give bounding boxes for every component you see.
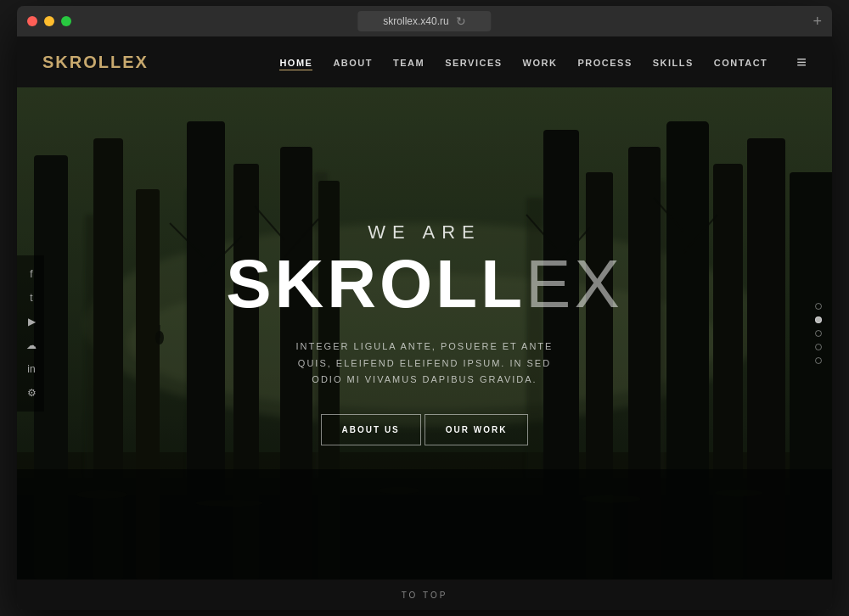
- social-linkedin[interactable]: in: [17, 357, 44, 381]
- site-logo[interactable]: SKROLLEX: [42, 53, 149, 72]
- social-facebook[interactable]: f: [17, 262, 44, 286]
- nav-link-process[interactable]: PROCESS: [577, 58, 632, 68]
- new-tab-button[interactable]: +: [812, 13, 822, 31]
- dot-nav-item-2[interactable]: [815, 330, 822, 337]
- logo-text: SKROLL: [42, 53, 122, 71]
- titlebar: skrollex.x40.ru ↻ +: [17, 6, 832, 36]
- hero-content: WE ARE SKROLLEX INTEGER LIGULA ANTE, POS…: [226, 221, 623, 445]
- nav-link-contact[interactable]: CONTACT: [714, 58, 767, 68]
- our-work-button[interactable]: OUR WORK: [424, 414, 529, 445]
- nav-hamburger[interactable]: ≡: [788, 53, 807, 72]
- nav-item-contact[interactable]: CONTACT: [714, 54, 767, 70]
- hero-title-bold: SKROLL: [226, 246, 526, 322]
- svg-point-40: [378, 487, 420, 494]
- nav-link-work[interactable]: WORK: [523, 58, 558, 68]
- social-youtube[interactable]: ▶: [17, 310, 44, 333]
- nav-link-about[interactable]: ABOUT: [333, 58, 373, 68]
- nav-item-work[interactable]: WORK: [523, 54, 558, 70]
- social-instagram[interactable]: ☁: [17, 333, 44, 357]
- nav-link-services[interactable]: SERVICES: [445, 58, 502, 68]
- hero-buttons: ABOUT US OUR WORK: [226, 414, 623, 445]
- hero-desc-line3: ODIO MI VIVAMUS DAPIBUS GRAVIDA.: [312, 374, 537, 384]
- minimize-button[interactable]: [44, 16, 54, 26]
- about-us-button[interactable]: ABOUT US: [321, 414, 421, 445]
- dot-nav-item-3[interactable]: [815, 344, 822, 350]
- to-top-button[interactable]: TO TOP: [402, 591, 448, 600]
- svg-point-38: [76, 490, 127, 499]
- hero-title-thin: EX: [526, 246, 623, 322]
- hero-description: INTEGER LIGULA ANTE, POSUERE ET ANTE QUI…: [226, 339, 623, 389]
- svg-rect-37: [17, 469, 832, 580]
- address-bar[interactable]: skrollex.x40.ru ↻: [357, 11, 491, 31]
- nav-link-skills[interactable]: SKILLS: [653, 58, 694, 68]
- svg-point-42: [715, 490, 762, 496]
- close-button[interactable]: [27, 16, 37, 26]
- window-controls: [27, 16, 71, 26]
- social-other[interactable]: ⚙: [17, 381, 44, 405]
- logo-accent: EX: [122, 53, 149, 71]
- dots-navigation: [815, 303, 822, 364]
- nav-item-services[interactable]: SERVICES: [445, 54, 502, 70]
- hero-desc-line2: QUIS, ELEIFEND ELEIFEND IPSUM. IN SED: [298, 358, 551, 368]
- dot-nav-item-1[interactable]: [815, 316, 822, 323]
- svg-point-39: [195, 500, 263, 507]
- nav-link-home[interactable]: HOME: [279, 58, 312, 70]
- hero-section: f t ▶ ☁ in ⚙ WE ARE SKROLLEX INTEGER LIG…: [17, 87, 832, 580]
- svg-point-41: [582, 495, 641, 503]
- nav-item-home[interactable]: HOME: [279, 54, 312, 70]
- dot-nav-item-0[interactable]: [815, 303, 822, 310]
- nav-item-about[interactable]: ABOUT: [333, 54, 373, 70]
- website-content: SKROLLEX HOME ABOUT TEAM SERVICES WORK P…: [17, 36, 832, 610]
- navbar: SKROLLEX HOME ABOUT TEAM SERVICES WORK P…: [17, 36, 832, 87]
- nav-item-team[interactable]: TEAM: [393, 54, 424, 70]
- nav-item-process[interactable]: PROCESS: [577, 54, 632, 70]
- maximize-button[interactable]: [61, 16, 71, 26]
- hero-title: SKROLLEX: [226, 250, 623, 318]
- nav-menu: HOME ABOUT TEAM SERVICES WORK PROCESS SK…: [279, 53, 807, 72]
- dot-nav-item-4[interactable]: [815, 357, 822, 364]
- footer-bar: TO TOP: [17, 580, 832, 610]
- nav-item-skills[interactable]: SKILLS: [653, 54, 694, 70]
- mac-window: skrollex.x40.ru ↻ + SKROLLEX HOME ABOUT …: [17, 6, 832, 610]
- hamburger-icon[interactable]: ≡: [796, 53, 807, 71]
- refresh-icon[interactable]: ↻: [456, 14, 466, 28]
- hero-subtitle: WE ARE: [226, 221, 623, 244]
- hero-desc-line1: INTEGER LIGULA ANTE, POSUERE ET ANTE: [296, 341, 554, 351]
- url-display: skrollex.x40.ru: [383, 15, 448, 27]
- nav-link-team[interactable]: TEAM: [393, 58, 424, 68]
- social-sidebar: f t ▶ ☁ in ⚙: [17, 255, 44, 412]
- social-twitter[interactable]: t: [17, 286, 44, 310]
